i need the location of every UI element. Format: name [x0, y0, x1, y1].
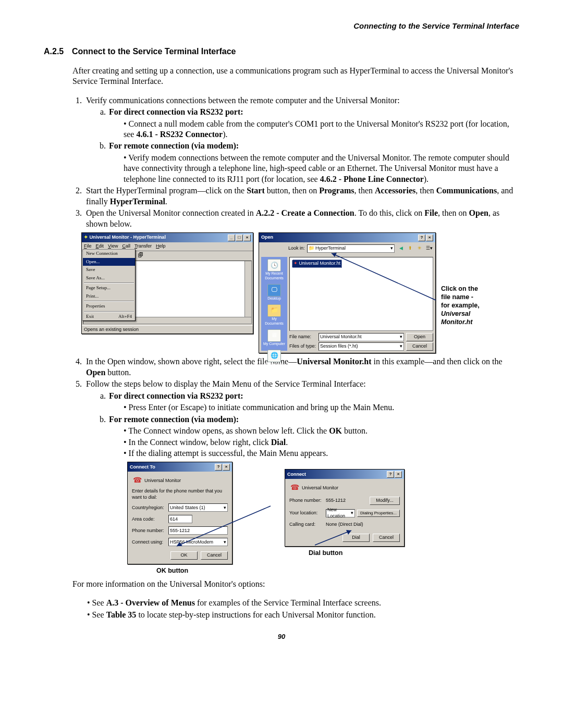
country-dropdown[interactable]: United States (1)▾ [168, 503, 228, 512]
nav-up-icon[interactable]: ⬆ [406, 244, 414, 253]
post-paragraph: For more information on the Universal Mo… [72, 579, 519, 589]
filemenu-save[interactable]: Save [83, 266, 135, 274]
place-desktop[interactable]: 🖵Desktop [263, 284, 286, 301]
step-3: Open the Universal Monitor connection cr… [84, 208, 519, 229]
connectto-help-button[interactable]: ? [215, 464, 222, 471]
step-5: Follow the steps below to display the Ma… [84, 379, 519, 459]
open-button[interactable]: Open [406, 333, 433, 341]
phone-icon: ☎ [289, 483, 300, 492]
desktop-icon: 🖵 [267, 284, 281, 297]
connect-cancel-button[interactable]: Cancel [373, 534, 400, 542]
chevron-down-icon: ▾ [400, 343, 402, 350]
open-dialog: Open ? × Look in: 📁 HyperTerminal ▾ ◀ ⬆ … [259, 232, 436, 353]
nav-newfolder-icon[interactable]: ✳ [415, 244, 424, 253]
menu-edit[interactable]: Edit [96, 243, 104, 250]
connectusing-label: Connect using: [132, 539, 166, 546]
chevron-down-icon: ▾ [400, 334, 402, 340]
filemenu-saveas[interactable]: Save As... [83, 274, 135, 282]
connect-titlebar[interactable]: Connect ? × [285, 470, 404, 479]
ht-vscrollbar[interactable] [244, 261, 251, 317]
lookin-dropdown[interactable]: 📁 HyperTerminal ▾ [307, 244, 395, 253]
mydocs-icon: 📁 [267, 304, 281, 317]
connectusing-dropdown[interactable]: HSP56 MicroModem▾ [168, 538, 228, 546]
place-mycomp[interactable]: 🖥My Computer [263, 329, 286, 347]
connectto-cancel-button[interactable]: Cancel [201, 551, 228, 560]
filename-field[interactable]: Universal Monitor.ht▾ [319, 333, 404, 341]
chevron-down-icon: ▾ [224, 505, 226, 511]
nav-views-icon[interactable]: ☰▾ [425, 244, 433, 253]
open-close-button[interactable]: × [426, 235, 433, 241]
step-5b-bullet-1: The Connect window opens, as shown below… [124, 426, 519, 436]
dialing-properties-button[interactable]: Dialing Properties... [357, 510, 400, 517]
connectto-ok-button[interactable]: OK [170, 551, 198, 560]
nav-back-icon[interactable]: ◀ [397, 244, 405, 253]
section-heading: A.2.5 Connect to the Service Terminal In… [44, 46, 519, 57]
open-cancel-button[interactable]: Cancel [406, 342, 433, 351]
menu-help[interactable]: Help [156, 243, 166, 250]
open-help-button[interactable]: ? [418, 235, 425, 241]
connect-group: Connect ? × ☎Universal Monitor Phone num… [285, 469, 405, 557]
filemenu-print[interactable]: Print... [83, 292, 135, 301]
toolbar-props-icon[interactable]: 🗐 [136, 251, 145, 261]
step-1b-bullet: Verify modem connections between the rem… [124, 153, 519, 184]
filetype-dropdown[interactable]: Session files (*.ht)▾ [319, 342, 404, 351]
step-2: Start the HyperTerminal program—click on… [84, 186, 519, 207]
filemenu-exit[interactable]: ExitAlt+F4 [83, 313, 135, 321]
filemenu-properties[interactable]: Properties [83, 302, 135, 311]
connectto-close-button[interactable]: × [223, 464, 230, 471]
session-file-icon: ✦ [293, 261, 298, 266]
ht-titlebar[interactable]: ✦ Universal Monitor - HyperTerminal _ □ … [82, 233, 253, 242]
side-annotation: Click on the file name - for example, Un… [441, 285, 493, 326]
step-5b-bullet-3: If the dialing attempt is successful, th… [124, 448, 519, 459]
ht-file-menu: New Connection Open... Save Save As... P… [82, 249, 136, 321]
connect-close-button[interactable]: × [395, 471, 402, 478]
connectto-dialog: Connect To ? × ☎Universal Monitor Enter … [127, 462, 232, 564]
section-number: A.2.5 [44, 46, 70, 57]
c-phone-label: Phone number: [289, 498, 324, 504]
filename-label: File name: [289, 334, 316, 340]
areacode-label: Area code: [132, 516, 166, 523]
ref-2: See Table 35 to locate step-by-step inst… [87, 610, 519, 620]
chevron-down-icon: ▾ [224, 539, 226, 546]
file-list[interactable]: ✦ Universal Monitor.ht [289, 257, 433, 331]
menu-call[interactable]: Call [122, 243, 130, 250]
country-label: Country/region: [132, 505, 166, 511]
page-header: Connecting to the Service Terminal Inter… [44, 21, 519, 31]
connect-help-button[interactable]: ? [387, 471, 394, 478]
place-network[interactable]: 🌐My Network Places [263, 350, 286, 372]
modify-button[interactable]: Modify... [370, 497, 400, 505]
lookin-label: Look in: [288, 245, 305, 252]
ok-annotation: OK button [156, 566, 232, 575]
menu-view[interactable]: View [108, 243, 118, 250]
section-title: Connect to the Service Terminal Interfac… [72, 47, 236, 56]
filemenu-pagesetup[interactable]: Page Setup... [83, 284, 135, 292]
minimize-button[interactable]: _ [228, 235, 235, 241]
step-1: Verify communications connections betwee… [84, 95, 519, 185]
place-recent[interactable]: 🕓My Recent Documents [263, 259, 286, 281]
intro-paragraph: After creating and setting up a connecti… [72, 66, 519, 87]
file-universal-monitor[interactable]: ✦ Universal Monitor.ht [292, 260, 342, 268]
connectto-title: Connect To [130, 464, 155, 471]
connect-name: Universal Monitor [302, 485, 338, 491]
connectto-titlebar[interactable]: Connect To ? × [128, 462, 232, 472]
ref-1: See A.3 - Overview of Menus for examples… [87, 598, 519, 608]
chevron-down-icon: ▾ [351, 510, 353, 516]
close-button[interactable]: × [243, 235, 251, 241]
main-steps-list: Verify communications connections betwee… [72, 95, 519, 230]
folder-icon: 📁 [309, 245, 314, 252]
chevron-down-icon: ▾ [390, 245, 393, 252]
menu-transfer[interactable]: Transfer [134, 243, 152, 250]
filemenu-open[interactable]: Open... [83, 258, 135, 266]
menu-file[interactable]: File [84, 243, 92, 250]
maximize-button[interactable]: □ [236, 235, 243, 241]
dial-button[interactable]: Dial [342, 534, 370, 542]
areacode-field[interactable]: 614 [168, 515, 192, 523]
network-icon: 🌐 [267, 350, 281, 362]
card-label: Calling card: [289, 522, 324, 528]
open-titlebar[interactable]: Open ? × [259, 233, 435, 242]
place-mydocs[interactable]: 📁My Documents [263, 304, 286, 326]
location-dropdown[interactable]: New Location▾ [326, 509, 355, 517]
filemenu-new[interactable]: New Connection [83, 250, 135, 258]
step-1a: For direct connection via RS232 port: Co… [108, 107, 519, 140]
phone-field[interactable]: 555-1212 [168, 526, 228, 535]
